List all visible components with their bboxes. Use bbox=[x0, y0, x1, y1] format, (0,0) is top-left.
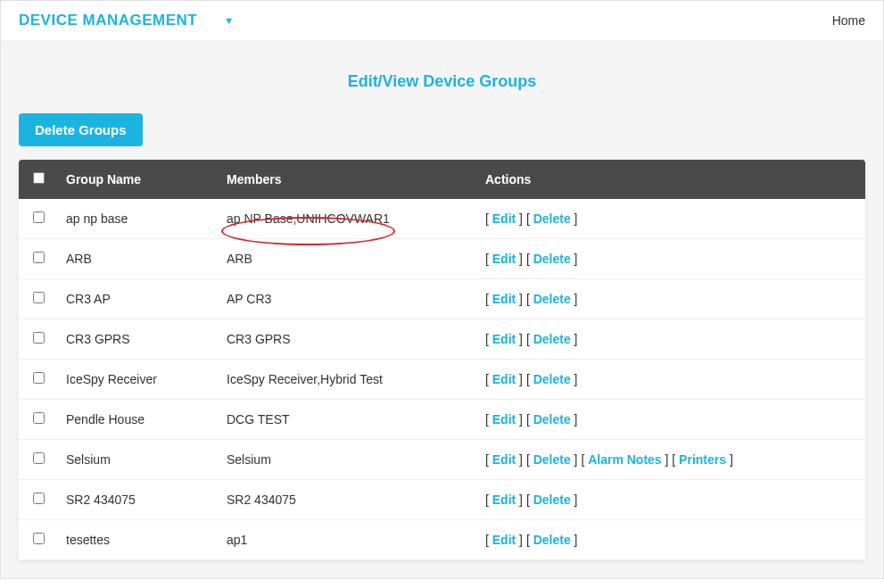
group-name-cell: CR3 AP bbox=[55, 279, 216, 319]
edit-link[interactable]: Edit bbox=[492, 452, 516, 467]
group-name-cell: tesettes bbox=[55, 520, 216, 560]
group-name-cell: SR2 434075 bbox=[55, 480, 216, 520]
row-checkbox[interactable] bbox=[33, 332, 45, 344]
row-checkbox[interactable] bbox=[33, 211, 45, 223]
brand-label: DEVICE MANAGEMENT bbox=[19, 12, 197, 29]
header-group-name: Group Name bbox=[55, 160, 216, 199]
actions-cell: [ Edit ] [ Delete ] bbox=[475, 319, 865, 360]
edit-link[interactable]: Edit bbox=[492, 332, 516, 346]
actions-cell: [ Edit ] [ Delete ] bbox=[475, 400, 865, 440]
device-groups-table: Group Name Members Actions ap np baseap … bbox=[19, 160, 865, 560]
group-name-cell: ARB bbox=[55, 239, 216, 279]
delete-link[interactable]: Delete bbox=[533, 493, 571, 507]
row-checkbox[interactable] bbox=[33, 252, 45, 263]
delete-link[interactable]: Delete bbox=[533, 211, 571, 226]
printers-link[interactable]: Printers bbox=[679, 452, 726, 467]
group-name-cell: CR3 GPRS bbox=[55, 319, 216, 360]
members-cell: IceSpy Receiver,Hybrid Test bbox=[216, 360, 475, 400]
members-cell: ap NP Base,UNIHCOVWAR1 bbox=[216, 199, 475, 239]
alarm-notes-link[interactable]: Alarm Notes bbox=[588, 452, 661, 467]
members-text: AP CR3 bbox=[227, 292, 271, 306]
group-name-cell: IceSpy Receiver bbox=[55, 360, 216, 400]
row-checkbox[interactable] bbox=[33, 533, 45, 544]
edit-link[interactable]: Edit bbox=[492, 252, 516, 266]
table-row: CR3 GPRSCR3 GPRS[ Edit ] [ Delete ] bbox=[19, 319, 865, 360]
delete-link[interactable]: Delete bbox=[533, 452, 571, 467]
actions-cell: [ Edit ] [ Delete ] bbox=[475, 239, 865, 279]
row-checkbox[interactable] bbox=[33, 493, 45, 504]
edit-link[interactable]: Edit bbox=[492, 533, 516, 547]
table-row: SR2 434075SR2 434075[ Edit ] [ Delete ] bbox=[19, 480, 865, 520]
delete-link[interactable]: Delete bbox=[533, 533, 571, 547]
header-actions: Actions bbox=[475, 160, 865, 199]
edit-link[interactable]: Edit bbox=[492, 412, 516, 427]
table-row: tesettesap1[ Edit ] [ Delete ] bbox=[19, 520, 865, 560]
actions-cell: [ Edit ] [ Delete ] bbox=[475, 480, 865, 520]
members-text: CR3 GPRS bbox=[227, 332, 291, 346]
table-row: ARBARB[ Edit ] [ Delete ] bbox=[19, 239, 865, 279]
row-checkbox[interactable] bbox=[33, 412, 45, 424]
members-cell: CR3 GPRS bbox=[216, 319, 475, 360]
home-link[interactable]: Home bbox=[832, 13, 865, 28]
members-cell: ap1 bbox=[216, 520, 475, 560]
delete-link[interactable]: Delete bbox=[533, 412, 571, 427]
row-checkbox[interactable] bbox=[33, 292, 45, 303]
delete-link[interactable]: Delete bbox=[533, 292, 571, 306]
members-text: ap1 bbox=[227, 533, 247, 547]
delete-groups-button[interactable]: Delete Groups bbox=[19, 113, 143, 146]
members-text: Selsium bbox=[227, 452, 271, 467]
row-checkbox[interactable] bbox=[33, 452, 45, 464]
chevron-down-icon: ▼ bbox=[224, 15, 234, 26]
brand-dropdown[interactable]: DEVICE MANAGEMENT ▼ bbox=[19, 12, 235, 29]
table-row: SelsiumSelsium[ Edit ] [ Delete ] [ Alar… bbox=[19, 440, 865, 480]
members-cell: ARB bbox=[216, 239, 475, 279]
actions-cell: [ Edit ] [ Delete ] bbox=[475, 520, 865, 560]
members-cell: AP CR3 bbox=[216, 279, 475, 319]
table-row: IceSpy ReceiverIceSpy Receiver,Hybrid Te… bbox=[19, 360, 865, 400]
members-text: SR2 434075 bbox=[227, 493, 296, 507]
members-text: ap NP Base,UNIHCOVWAR1 bbox=[227, 211, 390, 226]
topbar: DEVICE MANAGEMENT ▼ Home bbox=[1, 1, 883, 41]
page-title: Edit/View Device Groups bbox=[19, 59, 865, 113]
actions-cell: [ Edit ] [ Delete ] bbox=[475, 360, 865, 400]
table-row: ap np baseap NP Base,UNIHCOVWAR1[ Edit ]… bbox=[19, 199, 865, 239]
actions-cell: [ Edit ] [ Delete ] [ Alarm Notes ] [ Pr… bbox=[475, 440, 865, 480]
row-checkbox[interactable] bbox=[33, 372, 45, 384]
header-members: Members bbox=[216, 160, 475, 199]
actions-cell: [ Edit ] [ Delete ] bbox=[475, 279, 865, 319]
members-text: DCG TEST bbox=[227, 412, 290, 427]
table-row: CR3 APAP CR3[ Edit ] [ Delete ] bbox=[19, 279, 865, 319]
members-cell: Selsium bbox=[216, 440, 475, 480]
edit-link[interactable]: Edit bbox=[492, 372, 516, 386]
members-cell: DCG TEST bbox=[216, 400, 475, 440]
delete-link[interactable]: Delete bbox=[533, 252, 571, 266]
select-all-checkbox[interactable] bbox=[33, 172, 45, 184]
group-name-cell: Pendle House bbox=[55, 400, 216, 440]
members-text: ARB bbox=[227, 252, 252, 266]
edit-link[interactable]: Edit bbox=[492, 211, 516, 226]
content-area: Edit/View Device Groups Delete Groups Gr… bbox=[1, 41, 883, 578]
group-name-cell: Selsium bbox=[55, 440, 216, 480]
group-name-cell: ap np base bbox=[55, 199, 216, 239]
edit-link[interactable]: Edit bbox=[492, 292, 516, 306]
app-container: DEVICE MANAGEMENT ▼ Home Edit/View Devic… bbox=[0, 0, 884, 579]
members-text: IceSpy Receiver,Hybrid Test bbox=[227, 372, 383, 386]
members-cell: SR2 434075 bbox=[216, 480, 475, 520]
actions-cell: [ Edit ] [ Delete ] bbox=[475, 199, 865, 239]
delete-link[interactable]: Delete bbox=[533, 372, 571, 386]
delete-link[interactable]: Delete bbox=[533, 332, 571, 346]
table-header-row: Group Name Members Actions bbox=[19, 160, 865, 199]
edit-link[interactable]: Edit bbox=[492, 493, 516, 507]
table-row: Pendle HouseDCG TEST[ Edit ] [ Delete ] bbox=[19, 400, 865, 440]
